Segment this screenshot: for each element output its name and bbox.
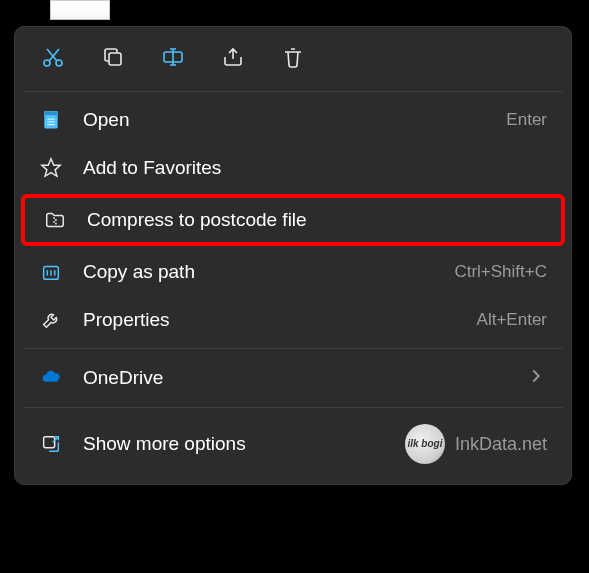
menu-label: Show more options [83, 433, 385, 455]
menu-label: Add to Favorites [83, 157, 547, 179]
svg-marker-12 [42, 159, 60, 176]
wrench-icon [39, 308, 63, 332]
menu-item-open[interactable]: Open Enter [15, 96, 571, 144]
menu-shortcut: Enter [506, 110, 547, 130]
rename-button[interactable] [159, 45, 187, 73]
watermark-logo-text: ilk bogi [407, 439, 442, 449]
divider [23, 407, 563, 408]
menu-item-more-options[interactable]: Show more options ilk bogi InkData.net [15, 412, 571, 476]
divider [23, 91, 563, 92]
copy-icon [101, 45, 125, 73]
menu-item-copy-path[interactable]: Copy as path Ctrl+Shift+C [15, 248, 571, 296]
delete-icon [281, 45, 305, 73]
rename-icon [161, 45, 185, 73]
menu-label: Copy as path [83, 261, 434, 283]
cut-icon [41, 45, 65, 73]
menu-label: OneDrive [83, 367, 505, 389]
svg-rect-4 [109, 53, 121, 65]
share-icon [221, 45, 245, 73]
open-icon [39, 108, 63, 132]
onedrive-icon [39, 366, 63, 390]
star-icon [39, 156, 63, 180]
chevron-right-icon [525, 365, 547, 391]
file-thumbnail [50, 0, 110, 20]
share-button[interactable] [219, 45, 247, 73]
svg-rect-8 [45, 112, 58, 116]
svg-point-0 [44, 60, 50, 66]
menu-label: Open [83, 109, 486, 131]
more-options-icon [39, 432, 63, 456]
watermark-text: InkData.net [455, 434, 547, 455]
menu-label: Compress to postcode file [87, 209, 543, 231]
menu-shortcut: Ctrl+Shift+C [454, 262, 547, 282]
zip-icon [43, 208, 67, 232]
menu-item-onedrive[interactable]: OneDrive [15, 353, 571, 403]
copy-path-icon [39, 260, 63, 284]
cut-button[interactable] [39, 45, 67, 73]
menu-label: Properties [83, 309, 457, 331]
svg-point-1 [56, 60, 62, 66]
watermark-logo: ilk bogi [405, 424, 445, 464]
menu-item-properties[interactable]: Properties Alt+Enter [15, 296, 571, 344]
menu-shortcut: Alt+Enter [477, 310, 547, 330]
toolbar [15, 35, 571, 87]
copy-button[interactable] [99, 45, 127, 73]
menu-item-compress[interactable]: Compress to postcode file [21, 194, 565, 246]
watermark: ilk bogi InkData.net [405, 424, 547, 464]
delete-button[interactable] [279, 45, 307, 73]
menu-item-favorites[interactable]: Add to Favorites [15, 144, 571, 192]
context-menu: Open Enter Add to Favorites Compress to … [14, 26, 572, 485]
divider [23, 348, 563, 349]
